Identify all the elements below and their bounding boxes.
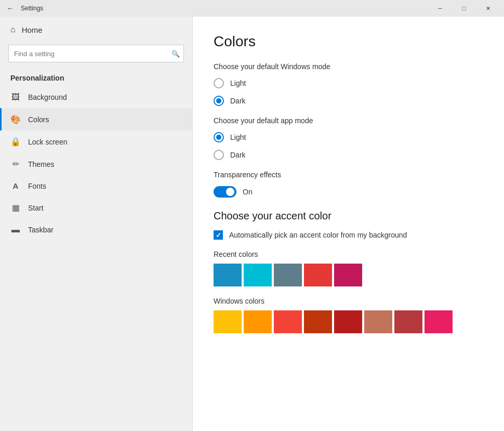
start-icon: ▦ [10, 203, 21, 213]
back-button[interactable]: ← [4, 2, 17, 15]
accent-color-title: Choose your accent color [214, 210, 483, 222]
checkmark-icon: ✓ [216, 231, 221, 239]
search-icon: 🔍 [171, 50, 180, 58]
windows-color-swatch[interactable] [244, 310, 272, 333]
recent-colors-row [214, 264, 483, 286]
sidebar-item-lockscreen[interactable]: 🔒 Lock screen [0, 130, 192, 153]
windows-color-swatch[interactable] [334, 310, 362, 333]
windows-mode-dark-radio[interactable] [214, 96, 224, 106]
app-container: ⌂ Home 🔍 Personalization 🖼 Background 🎨 … [0, 17, 504, 431]
windows-color-swatch[interactable] [214, 310, 242, 333]
app-mode-group: Light Dark [214, 132, 483, 160]
fonts-icon: A [10, 181, 21, 190]
page-title: Colors [214, 33, 483, 50]
search-container: 🔍 [8, 45, 184, 62]
app-mode-light-label: Light [230, 133, 246, 141]
maximize-button[interactable]: □ [452, 0, 476, 17]
home-label: Home [22, 25, 43, 34]
colors-icon: 🎨 [10, 114, 21, 124]
windows-mode-dark[interactable]: Dark [214, 96, 483, 106]
minimize-button[interactable]: ─ [428, 0, 452, 17]
windows-colors-label: Windows colors [214, 297, 483, 305]
recent-color-swatch[interactable] [304, 264, 332, 286]
transparency-section: Transparency effects On [214, 171, 483, 198]
sidebar-item-fonts[interactable]: A Fonts [0, 175, 192, 197]
sidebar-label-lockscreen: Lock screen [28, 138, 67, 146]
app-mode-light-radio-inner [216, 135, 221, 140]
sidebar-label-colors: Colors [28, 115, 49, 124]
windows-color-swatch[interactable] [394, 310, 422, 333]
windows-mode-light-radio[interactable] [214, 78, 224, 88]
transparency-label: Transparency effects [214, 171, 483, 179]
recent-color-swatch[interactable] [214, 264, 242, 286]
sidebar: ⌂ Home 🔍 Personalization 🖼 Background 🎨 … [0, 17, 192, 431]
taskbar-icon: ▬ [10, 225, 21, 234]
auto-accent-checkbox[interactable]: ✓ [214, 230, 223, 240]
app-mode-dark[interactable]: Dark [214, 150, 483, 160]
titlebar: ← Settings ─ □ ✕ [0, 0, 504, 17]
lockscreen-icon: 🔒 [10, 137, 21, 147]
sidebar-item-colors[interactable]: 🎨 Colors [0, 108, 192, 130]
sidebar-label-fonts: Fonts [28, 182, 46, 190]
recent-colors-label: Recent colors [214, 250, 483, 258]
transparency-toggle[interactable] [214, 186, 236, 198]
windows-mode-group: Light Dark [214, 78, 483, 106]
close-button[interactable]: ✕ [476, 0, 500, 17]
windows-mode-light-label: Light [230, 79, 246, 87]
main-content: Colors Choose your default Windows mode … [192, 17, 504, 431]
windows-mode-dark-radio-inner [216, 98, 221, 103]
home-icon: ⌂ [10, 25, 16, 34]
search-input[interactable] [8, 45, 184, 62]
sidebar-label-themes: Themes [28, 160, 55, 168]
windows-mode-label: Choose your default Windows mode [214, 62, 483, 71]
background-icon: 🖼 [10, 93, 21, 102]
toggle-knob [226, 188, 234, 196]
app-title: Settings [21, 5, 428, 12]
sidebar-item-home[interactable]: ⌂ Home [0, 19, 192, 41]
sidebar-label-background: Background [28, 93, 67, 101]
sidebar-item-background[interactable]: 🖼 Background [0, 86, 192, 108]
sidebar-section-title: Personalization [0, 67, 192, 86]
windows-color-swatch[interactable] [425, 310, 453, 333]
window-controls: ─ □ ✕ [428, 0, 500, 17]
windows-color-swatch[interactable] [274, 310, 302, 333]
app-mode-light-radio[interactable] [214, 132, 224, 142]
sidebar-label-start: Start [28, 204, 44, 212]
app-mode-light[interactable]: Light [214, 132, 483, 142]
app-mode-dark-radio[interactable] [214, 150, 224, 160]
sidebar-item-themes[interactable]: ✏ Themes [0, 153, 192, 175]
app-mode-label: Choose your default app mode [214, 116, 483, 125]
recent-color-swatch[interactable] [274, 264, 302, 286]
sidebar-item-taskbar[interactable]: ▬ Taskbar [0, 219, 192, 241]
windows-colors-row [214, 310, 483, 333]
themes-icon: ✏ [10, 159, 21, 169]
windows-mode-dark-label: Dark [230, 97, 246, 105]
recent-color-swatch[interactable] [244, 264, 272, 286]
windows-color-swatch[interactable] [364, 310, 392, 333]
sidebar-label-taskbar: Taskbar [28, 226, 54, 234]
auto-accent-label: Automatically pick an accent color from … [229, 231, 407, 239]
app-mode-dark-label: Dark [230, 151, 246, 159]
sidebar-item-start[interactable]: ▦ Start [0, 197, 192, 219]
transparency-toggle-label: On [243, 188, 253, 196]
recent-color-swatch[interactable] [334, 264, 362, 286]
auto-accent-row[interactable]: ✓ Automatically pick an accent color fro… [214, 230, 483, 240]
windows-color-swatch[interactable] [304, 310, 332, 333]
windows-mode-light[interactable]: Light [214, 78, 483, 88]
transparency-toggle-row: On [214, 186, 483, 198]
